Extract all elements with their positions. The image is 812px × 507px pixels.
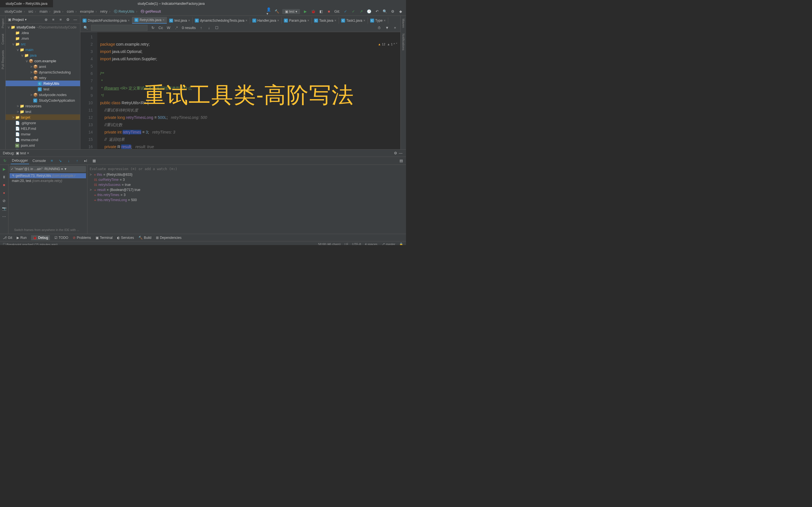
- window-tab-2[interactable]: studyCode(1) – IndicatorHandlerFactory.j…: [132, 0, 210, 7]
- tree-node-target[interactable]: >📁target: [6, 114, 80, 120]
- close-tab-icon[interactable]: ×: [363, 18, 365, 22]
- tree-node-.idea[interactable]: 📁.idea: [6, 30, 80, 36]
- funnel-icon[interactable]: ▼: [385, 25, 390, 31]
- problems-tool-button[interactable]: ⊘ Problems: [73, 236, 91, 240]
- crumb-example[interactable]: example: [79, 9, 98, 13]
- git-rollback-icon[interactable]: ↶: [374, 9, 379, 14]
- editor-tab-dynamicSchedulingTests.java[interactable]: CdynamicSchedulingTests.java×: [193, 17, 250, 24]
- crumb-class[interactable]: ⓒ RetryUtils: [112, 9, 139, 14]
- crumb-method[interactable]: ⓜ getResult: [139, 9, 163, 14]
- debug-hide-icon[interactable]: —: [398, 151, 403, 156]
- editor-tab-Task.java[interactable]: CTask.java×: [312, 17, 339, 24]
- tree-node-annt[interactable]: >📦annt: [6, 64, 80, 69]
- tree-node-.mvn[interactable]: 📁.mvn: [6, 36, 80, 41]
- git-commit-icon[interactable]: ✓: [351, 9, 356, 14]
- git-branch[interactable]: ⎇ master: [381, 242, 395, 245]
- run-tool-button[interactable]: ▶ Run: [17, 236, 27, 240]
- status-icon[interactable]: ☐: [3, 242, 6, 245]
- tree-node-studyCode.iml[interactable]: 📄studyCode.iml: [6, 148, 80, 149]
- panel-settings-icon[interactable]: ⚙: [65, 17, 70, 22]
- build-tool-button[interactable]: 🔨 Build: [139, 236, 151, 240]
- tree-node-dynamicScheduling[interactable]: >📦dynamicScheduling: [6, 69, 80, 75]
- code-content[interactable]: package com.example.retry; import java.u…: [97, 32, 400, 149]
- find-close-icon[interactable]: 🔍: [83, 25, 88, 31]
- crumb-com[interactable]: com: [65, 9, 79, 13]
- editor-tab-DispatchFunctionImp.java[interactable]: CDispatchFunctionImp.java×: [80, 17, 132, 24]
- git-push-icon[interactable]: ↗: [359, 9, 364, 14]
- tree-node-mvnw[interactable]: 📄mvnw: [6, 131, 80, 137]
- hide-panel-icon[interactable]: —: [73, 17, 78, 22]
- debugger-tab[interactable]: Debugger: [11, 157, 29, 164]
- close-tab-icon[interactable]: ×: [277, 18, 279, 22]
- terminal-tool-button[interactable]: ▣ Terminal: [96, 236, 112, 240]
- evaluate-icon[interactable]: ▦: [92, 158, 97, 163]
- close-tab-icon[interactable]: ×: [335, 18, 336, 22]
- debug-variable[interactable]: ∞ this.retryTimes = 3: [89, 192, 405, 198]
- build-icon[interactable]: 🔨: [274, 9, 280, 14]
- git-update-icon[interactable]: ✓: [343, 9, 348, 14]
- tree-node-StudyCodeApplication[interactable]: CStudyCodeApplication: [6, 98, 80, 103]
- crumb-java[interactable]: java: [52, 9, 65, 13]
- find-history-icon[interactable]: ↻: [150, 25, 155, 31]
- tree-node-RetryUtils[interactable]: CRetryUtils: [6, 80, 80, 86]
- crumb-src[interactable]: src: [27, 9, 38, 13]
- regex-icon[interactable]: .*: [174, 25, 179, 31]
- stop-icon[interactable]: ■: [326, 9, 332, 14]
- tree-node-retry[interactable]: v📦retry: [6, 75, 80, 80]
- find-close-x-icon[interactable]: ×: [393, 25, 398, 31]
- tree-node-studycode.nodes[interactable]: >📦studycode.nodes: [6, 92, 80, 98]
- debug-tool-button[interactable]: 🐞 Debug: [31, 235, 50, 240]
- debug-settings-icon[interactable]: ⚙: [393, 151, 398, 156]
- code-editor[interactable]: 12345678910111213141516 package com.exam…: [80, 32, 400, 149]
- step-out-icon[interactable]: ↑: [75, 158, 80, 163]
- pause-icon[interactable]: ⏸: [2, 174, 7, 179]
- filter-icon[interactable]: ⫛: [377, 25, 382, 31]
- plugin-icon[interactable]: ◆: [398, 9, 403, 14]
- step-over-icon[interactable]: ≡: [49, 158, 54, 163]
- inspections-widget[interactable]: ▲ 12 ▲ 1 ^ ˅: [369, 33, 398, 55]
- encoding[interactable]: UTF-8: [352, 242, 361, 245]
- editor-tab-RetryUtils.java[interactable]: CRetryUtils.java×: [132, 17, 167, 24]
- tree-node-HELP.md[interactable]: 📄HELP.md: [6, 126, 80, 131]
- debug-variable[interactable]: ∞ this.retryTimesLong = 500: [89, 198, 405, 203]
- tree-root[interactable]: v📁studyCode ~/Documents/studyCode: [6, 24, 80, 30]
- tree-node-test[interactable]: Ctest: [6, 86, 80, 92]
- deps-tool-button[interactable]: ⊞ Dependencies: [156, 236, 182, 240]
- crumb-main[interactable]: main: [38, 9, 52, 13]
- settings-icon[interactable]: ⚙: [390, 9, 395, 14]
- stop-debug-icon[interactable]: ■: [2, 182, 7, 187]
- editor-tab-test.java[interactable]: Ctest.java×: [167, 17, 193, 24]
- tree-node-pom.xml[interactable]: mpom.xml: [6, 143, 80, 148]
- todo-tool-button[interactable]: ☑ TODO: [54, 236, 68, 240]
- project-tree[interactable]: v📁studyCode ~/Documents/studyCode 📁.idea…: [6, 24, 80, 149]
- words-icon[interactable]: W: [166, 25, 171, 31]
- services-tool-button[interactable]: ◐ Services: [117, 236, 134, 240]
- mute-bp-icon[interactable]: ⊘: [2, 198, 7, 203]
- debug-variable[interactable]: >≡ this = {RetryUtils@833}: [89, 172, 405, 177]
- tree-node-mvnw.cmd[interactable]: 📄mvnw.cmd: [6, 137, 80, 143]
- locate-icon[interactable]: ⊕: [43, 17, 49, 22]
- crumb-retry[interactable]: retry: [98, 9, 112, 13]
- camera-icon[interactable]: 📷: [2, 206, 7, 211]
- thread-selector[interactable]: ✓ "main"@1 in ...ain": RUNNING ▾ ▼: [10, 166, 86, 172]
- project-tool-button[interactable]: Project: [1, 18, 4, 28]
- tree-node-.gitignore[interactable]: 📄.gitignore: [6, 120, 80, 126]
- debug-variable[interactable]: 01 curRetryTime = 3: [89, 177, 405, 182]
- commit-tool-button[interactable]: Commit: [1, 34, 4, 45]
- close-tab-icon[interactable]: ×: [246, 18, 248, 22]
- editor-tab-Handler.java[interactable]: IHandler.java×: [250, 17, 282, 24]
- evaluate-input[interactable]: [89, 166, 405, 172]
- search-everywhere-icon[interactable]: 🔍: [382, 9, 388, 14]
- run-config-selector[interactable]: ▣ test ▾: [282, 9, 300, 14]
- select-all-icon[interactable]: ☐: [214, 25, 219, 31]
- layout-icon[interactable]: ▤: [399, 158, 404, 163]
- close-tab-icon[interactable]: ×: [384, 18, 386, 22]
- tree-node-java[interactable]: v📁java: [6, 52, 80, 58]
- debug-variable[interactable]: >∞ result = {Boolean@717} true: [89, 187, 405, 192]
- close-tab-icon[interactable]: ×: [162, 18, 164, 22]
- debug-variable[interactable]: 01 retryIsSuccess = true: [89, 182, 405, 187]
- step-into-icon[interactable]: ↘: [58, 158, 63, 163]
- git-history-icon[interactable]: 🕐: [366, 9, 371, 14]
- user-icon[interactable]: 👤▾: [266, 9, 271, 14]
- crumb-project[interactable]: studyCode: [3, 9, 27, 13]
